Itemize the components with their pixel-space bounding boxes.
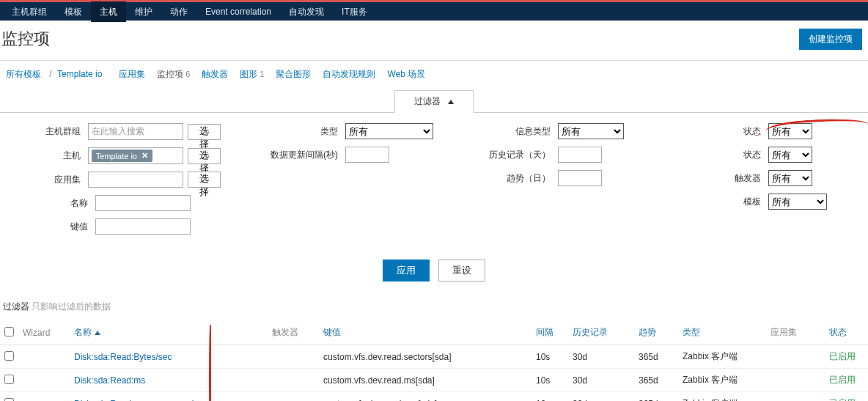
cell-key: custom.vfs.dev.read.ops[sda] (319, 392, 532, 402)
label-state: 状态 (688, 149, 768, 161)
cell-key: custom.vfs.dev.read.sectors[sda] (319, 345, 532, 369)
label-history: 历史记录（天） (477, 149, 558, 161)
cell-history: 30d (568, 369, 634, 392)
type-select[interactable]: 所有 (345, 123, 433, 139)
crumb-link[interactable]: 聚合图形 (276, 69, 311, 79)
label-type: 类型 (265, 125, 345, 138)
cell-trend: 365d (634, 345, 678, 369)
nav-item[interactable]: 主机群组 (3, 1, 56, 22)
hostgroup-input[interactable]: 在此输入搜索 (88, 123, 183, 140)
cell-history: 30d (568, 345, 634, 369)
nav-item[interactable]: 动作 (161, 1, 196, 22)
top-nav: 主机群组模板主机维护动作Event correlation自动发现IT服务 (0, 0, 868, 21)
label-infotype: 信息类型 (477, 125, 558, 138)
nav-item[interactable]: IT服务 (333, 1, 376, 22)
crumb-link[interactable]: 监控项 6 (157, 69, 190, 79)
item-name-link[interactable]: Disk:sda:Read:Bytes/sec (74, 352, 172, 362)
col-history[interactable]: 历史记录 (568, 320, 634, 345)
status-link[interactable]: 已启用 (829, 375, 856, 385)
hostgroup-select-button[interactable]: 选择 (188, 124, 221, 140)
status-select[interactable]: 所有 (768, 123, 812, 139)
label-trigger: 触发器 (688, 172, 768, 185)
host-input[interactable]: Template io✕ (88, 147, 183, 164)
template-select[interactable]: 所有 (768, 194, 827, 210)
crumb-link[interactable]: 应用集 (119, 69, 145, 79)
row-checkbox[interactable] (4, 398, 14, 402)
infotype-select[interactable]: 所有 (558, 123, 624, 139)
label-trend: 趋势（日） (477, 172, 558, 185)
col-triggers: 触发器 (268, 320, 319, 345)
close-icon[interactable]: ✕ (141, 151, 148, 161)
col-type[interactable]: 类型 (678, 320, 766, 345)
crumb-link[interactable]: 自动发现规则 (323, 69, 375, 79)
trigger-select[interactable]: 所有 (768, 170, 812, 186)
col-trend[interactable]: 趋势 (634, 320, 678, 345)
apply-button[interactable]: 应用 (383, 260, 430, 282)
label-application: 应用集 (15, 174, 88, 186)
filter-tab-row: 过滤器 (0, 89, 868, 113)
application-select-button[interactable]: 选择 (188, 172, 221, 188)
page-header: 监控项 创建监控项 (0, 21, 868, 61)
filter-tab-label: 过滤器 (414, 96, 441, 106)
cell-interval: 10s (532, 392, 568, 402)
col-name[interactable]: 名称 (70, 320, 268, 345)
label-interval: 数据更新间隔(秒) (265, 149, 345, 161)
cell-trend: 365d (634, 392, 678, 402)
cell-key: custom.vfs.dev.read.ms[sda] (319, 369, 532, 392)
filter-toggle-tab[interactable]: 过滤器 (394, 90, 473, 113)
nav-item[interactable]: Event correlation (196, 1, 280, 22)
interval-input[interactable] (345, 147, 389, 163)
label-host: 主机 (15, 150, 88, 162)
cell-interval: 10s (532, 369, 568, 392)
nav-item[interactable]: 维护 (126, 1, 161, 22)
nav-item[interactable]: 模板 (56, 1, 91, 22)
label-status: 状态 (688, 125, 768, 138)
cell-type: Zabbix 客户端 (678, 392, 766, 402)
status-link[interactable]: 已启用 (829, 398, 856, 401)
trend-input[interactable] (558, 170, 602, 186)
col-status[interactable]: 状态 (825, 320, 868, 345)
cell-history: 30d (568, 392, 634, 402)
label-template: 模板 (688, 196, 768, 208)
nav-item[interactable]: 自动发现 (280, 1, 333, 22)
crumb-sep: / (49, 69, 51, 79)
col-key[interactable]: 键值 (319, 320, 532, 345)
triangle-up-icon (448, 100, 454, 104)
page-title: 监控项 (1, 28, 50, 50)
crumb-all-templates[interactable]: 所有模板 (6, 69, 41, 79)
host-tag[interactable]: Template io✕ (92, 150, 152, 162)
filter-form: 主机群组 在此输入搜索 选择 主机 Template io✕ 选择 应用集 选择… (0, 113, 868, 298)
table-row: Disk:sda:Read:mscustom.vfs.dev.read.ms[s… (0, 369, 868, 392)
row-checkbox[interactable] (4, 351, 14, 361)
crumb-link[interactable]: 触发器 (202, 69, 228, 79)
cell-type: Zabbix 客户端 (678, 369, 766, 392)
host-select-button[interactable]: 选择 (188, 148, 221, 164)
nav-item[interactable]: 主机 (91, 1, 126, 22)
cell-trend: 365d (634, 369, 678, 392)
label-name: 名称 (15, 197, 95, 210)
label-hostgroup: 主机群组 (15, 125, 88, 138)
state-select[interactable]: 所有 (768, 147, 812, 163)
crumb-link[interactable]: Web 场景 (387, 69, 425, 79)
table-row: Disk:sda:Read:ops per secondcustom.vfs.d… (0, 392, 868, 402)
crumb-link[interactable]: 图形 1 (240, 69, 264, 79)
item-name-link[interactable]: Disk:sda:Read:ms (74, 375, 145, 386)
row-checkbox[interactable] (4, 375, 14, 384)
create-item-button[interactable]: 创建监控项 (799, 29, 862, 50)
reset-button[interactable]: 重设 (438, 260, 485, 282)
key-input[interactable] (95, 218, 191, 235)
history-input[interactable] (558, 147, 602, 163)
select-all-checkbox[interactable] (4, 327, 14, 336)
name-input[interactable] (95, 195, 191, 211)
breadcrumb: 所有模板 / Template io 应用集监控项 6触发器图形 1聚合图形自动… (0, 61, 868, 85)
crumb-template[interactable]: Template io (57, 69, 102, 79)
table-row: Disk:sda:Read:Bytes/seccustom.vfs.dev.re… (0, 345, 868, 369)
col-interval[interactable]: 间隔 (532, 320, 568, 345)
col-wizard[interactable]: Wizard (18, 320, 70, 345)
items-table: Wizard 名称 触发器 键值 间隔 历史记录 趋势 类型 应用集 状态 Di… (0, 320, 868, 401)
col-app: 应用集 (766, 320, 825, 345)
application-input[interactable] (88, 172, 183, 188)
status-link[interactable]: 已启用 (829, 351, 856, 361)
cell-type: Zabbix 客户端 (678, 345, 766, 369)
item-name-link[interactable]: Disk:sda:Read:ops per second (74, 399, 194, 402)
